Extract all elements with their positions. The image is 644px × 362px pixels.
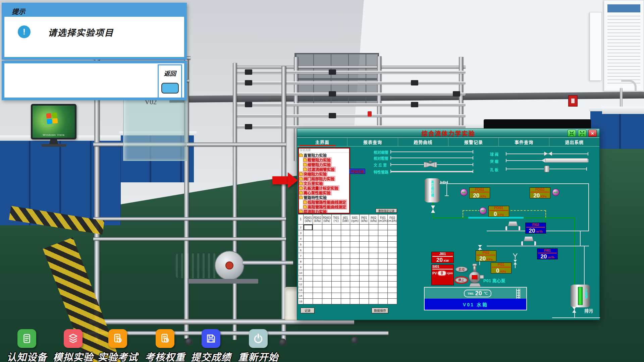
table-cell[interactable]: [388, 264, 397, 270]
table-cell[interactable]: [350, 293, 360, 299]
table-cell[interactable]: [304, 259, 313, 264]
table-cell[interactable]: [360, 225, 369, 230]
table-cell[interactable]: [388, 225, 397, 230]
table-cell[interactable]: [341, 247, 350, 253]
table-cell[interactable]: [313, 225, 322, 230]
table-cell[interactable]: [369, 270, 378, 276]
table-cell[interactable]: [331, 225, 341, 230]
table-cell[interactable]: [322, 253, 331, 259]
table-cell[interactable]: [388, 293, 397, 299]
table-cell[interactable]: [313, 287, 322, 293]
table-cell[interactable]: [322, 270, 331, 276]
table-cell[interactable]: [304, 270, 313, 276]
table-cell[interactable]: [313, 299, 322, 304]
table-cell[interactable]: [350, 264, 360, 270]
table-cell[interactable]: [313, 259, 322, 264]
table-cell[interactable]: [341, 293, 350, 299]
table-cell[interactable]: [304, 247, 313, 253]
table-cell[interactable]: [378, 299, 388, 304]
table-cell[interactable]: [322, 259, 331, 264]
table-cell[interactable]: [304, 287, 313, 293]
table-cell[interactable]: [322, 242, 331, 247]
taskbar-item-exam[interactable]: 实验考试: [94, 329, 141, 362]
table-cell[interactable]: [331, 264, 341, 270]
table-cell[interactable]: [360, 287, 369, 293]
table-cell[interactable]: [388, 230, 397, 236]
table-cell[interactable]: [304, 299, 313, 304]
table-cell[interactable]: [388, 282, 397, 287]
table-cell[interactable]: [313, 293, 322, 299]
table-cell[interactable]: [360, 247, 369, 253]
tab-alarm-record[interactable]: 报警记录: [448, 138, 499, 146]
table-cell[interactable]: [378, 276, 388, 282]
start-experiment-button[interactable]: 开始实验: [349, 169, 365, 174]
table-cell[interactable]: [341, 230, 350, 236]
table-cell[interactable]: [313, 270, 322, 276]
table-cell[interactable]: [331, 242, 341, 247]
table-cell[interactable]: [369, 230, 378, 236]
table-cell[interactable]: [341, 282, 350, 287]
table-cell[interactable]: [331, 230, 341, 236]
tree-item[interactable]: 高阻管路性能曲线测定: [299, 204, 349, 209]
save-data-button[interactable]: 数据保存: [372, 308, 388, 313]
table-cell[interactable]: [304, 293, 313, 299]
tree-item[interactable]: 粗管阻力实验: [299, 158, 349, 162]
table-cell[interactable]: [350, 270, 360, 276]
table-cell[interactable]: [369, 276, 378, 282]
table-cell[interactable]: [350, 259, 360, 264]
table-cell[interactable]: [350, 236, 360, 242]
table-cell[interactable]: [388, 242, 397, 247]
table-cell[interactable]: [369, 247, 378, 253]
table-cell[interactable]: [388, 236, 397, 242]
table-cell[interactable]: [378, 287, 388, 293]
table-cell[interactable]: [331, 236, 341, 242]
tree-item[interactable]: 突缩阻力实验: [299, 172, 349, 176]
valve-indicator-icon[interactable]: [479, 207, 487, 215]
valve-indicator-icon[interactable]: [552, 189, 559, 196]
table-cell[interactable]: [304, 276, 313, 282]
table-cell[interactable]: [341, 287, 350, 293]
table-cell[interactable]: [388, 259, 397, 264]
table-cell[interactable]: [331, 282, 341, 287]
table-cell[interactable]: [331, 259, 341, 264]
table-cell[interactable]: [322, 225, 331, 230]
return-button[interactable]: [161, 83, 179, 94]
table-cell[interactable]: [341, 264, 350, 270]
table-cell[interactable]: [369, 299, 378, 304]
tree-item[interactable]: 直管阻力实验: [299, 153, 349, 158]
tree-item[interactable]: 层流阻力实验: [299, 209, 349, 214]
table-cell[interactable]: [322, 293, 331, 299]
table-cell[interactable]: [360, 293, 369, 299]
table-cell[interactable]: [313, 253, 322, 259]
table-cell[interactable]: [369, 236, 378, 242]
tab-exit-system[interactable]: 退出系统: [549, 138, 599, 146]
table-cell[interactable]: [350, 282, 360, 287]
table-cell[interactable]: [350, 276, 360, 282]
table-cell[interactable]: [360, 259, 369, 264]
table-cell[interactable]: [313, 242, 322, 247]
tree-item[interactable]: 管路特性实验: [299, 195, 349, 200]
table-cell[interactable]: [388, 253, 397, 259]
table-cell[interactable]: [350, 287, 360, 293]
table-cell[interactable]: [360, 242, 369, 247]
table-cell[interactable]: [313, 247, 322, 253]
table-cell[interactable]: [313, 282, 322, 287]
table-cell[interactable]: [322, 282, 331, 287]
tab-report-query[interactable]: 报表查询: [347, 138, 398, 146]
table-cell[interactable]: [304, 282, 313, 287]
table-cell[interactable]: [378, 293, 388, 299]
table-cell[interactable]: [369, 242, 378, 247]
table-cell[interactable]: [322, 287, 331, 293]
table-cell[interactable]: [322, 299, 331, 304]
table-cell[interactable]: [369, 282, 378, 287]
table-cell[interactable]: [331, 287, 341, 293]
tree-item[interactable]: 细管阻力实验: [299, 162, 349, 167]
tree-item[interactable]: 低阻管路性能曲线测定: [299, 200, 349, 204]
taskbar-item-know-equipment[interactable]: 认知设备: [3, 329, 50, 362]
table-cell[interactable]: [360, 230, 369, 236]
table-cell[interactable]: [341, 276, 350, 282]
table-cell[interactable]: [341, 225, 350, 230]
table-cell[interactable]: [304, 242, 313, 247]
table-cell[interactable]: [388, 270, 397, 276]
table-cell[interactable]: [322, 230, 331, 236]
